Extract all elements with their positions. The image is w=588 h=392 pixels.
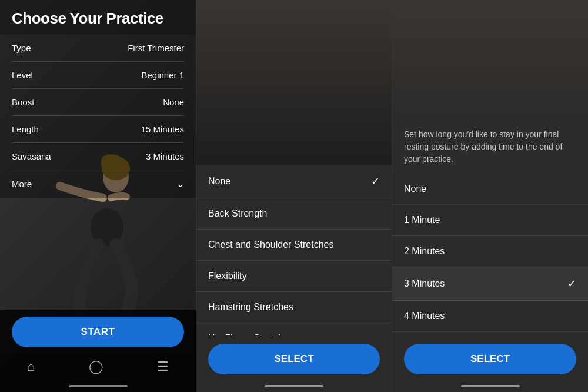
savasana-description: Set how long you'd like to stay in your … [392,118,588,174]
boost-option-none-label: None [208,176,230,187]
savasana-description-text: Set how long you'd like to stay in your … [404,128,576,165]
panel-1-spacer [0,198,196,310]
savasana-option-1min-label: 1 Minute [404,215,440,225]
panel-3-footer: SELECT [392,335,588,380]
checkmark-icon: ✓ [371,175,380,188]
page-title: Choose Your Practice [12,9,184,28]
boost-option-hamstring[interactable]: Hamstring Stretches [196,292,392,323]
bottom-indicator [69,385,128,387]
panel-3-bottom-bar [392,380,588,392]
boost-option-flexibility[interactable]: Flexibility [196,261,392,292]
panel-2-bottom-indicator [265,385,323,387]
level-label: Level [12,70,33,80]
boost-label: Boost [12,97,34,107]
savasana-row[interactable]: Savasana 3 Minutes [12,143,184,170]
boost-dropdown-list: None ✓ Back Strength Chest and Shoulder … [196,165,392,335]
more-label: More [12,179,32,189]
boost-option-chest-shoulder-label: Chest and Shoulder Stretches [208,240,333,250]
panel-3-spacer [392,0,588,118]
savasana-option-1min[interactable]: 1 Minute [392,205,588,236]
boost-value: None [163,97,184,107]
length-label: Length [12,124,39,134]
panel-1-header: Choose Your Practice [0,0,196,35]
boost-option-back-strength-label: Back Strength [208,208,268,219]
boost-option-none[interactable]: None ✓ [196,165,392,198]
level-row[interactable]: Level Beginner 1 [12,62,184,89]
boost-select-button[interactable]: SELECT [208,344,380,374]
savasana-option-none-label: None [404,184,426,194]
nav-bar: ⌂ ◯ ☰ [0,353,196,383]
start-button[interactable]: START [12,317,184,347]
history-icon[interactable]: ◯ [89,359,103,374]
type-row[interactable]: Type First Trimester [12,35,184,62]
boost-option-hip-flexor[interactable]: Hip Flexor Stretches [196,323,392,335]
panel-boost-dropdown: None ✓ Back Strength Chest and Shoulder … [196,0,392,392]
savasana-duration-list: None 1 Minute 2 Minutes 3 Minutes ✓ 4 Mi… [392,174,588,335]
length-value: 15 Minutes [141,124,184,134]
savasana-label: Savasana [12,151,51,161]
level-value: Beginner 1 [141,70,184,80]
savasana-option-3min[interactable]: 3 Minutes ✓ [392,267,588,301]
savasana-value: 3 Minutes [146,151,184,161]
boost-row[interactable]: Boost None [12,89,184,116]
savasana-checkmark-icon: ✓ [567,277,576,290]
chevron-down-icon: ⌄ [176,178,184,190]
savasana-option-3min-label: 3 Minutes [404,278,445,289]
more-row[interactable]: More ⌄ [12,170,184,198]
savasana-option-4min-label: 4 Minutes [404,311,445,321]
savasana-option-2min[interactable]: 2 Minutes [392,236,588,267]
boost-option-flexibility-label: Flexibility [208,271,247,281]
boost-option-back-strength[interactable]: Back Strength [196,198,392,230]
practice-options-list: Type First Trimester Level Beginner 1 Bo… [0,35,196,198]
panel-2-bottom-bar [196,380,392,392]
panel-2-spacer [196,0,392,165]
panel-2-content: None ✓ Back Strength Chest and Shoulder … [196,0,392,392]
menu-icon[interactable]: ☰ [157,359,169,374]
panel-2-footer: SELECT [196,335,392,380]
home-icon[interactable]: ⌂ [27,359,35,374]
savasana-option-none[interactable]: None [392,174,588,205]
savasana-option-2min-label: 2 Minutes [404,246,445,257]
panel-3-content: Set how long you'd like to stay in your … [392,0,588,392]
savasana-select-button[interactable]: SELECT [404,344,576,374]
type-value: First Trimester [128,43,184,53]
panel-3-bottom-indicator [461,385,520,387]
panel-1-content: Choose Your Practice Type First Trimeste… [0,0,196,392]
nav-bottom-bar [0,383,196,392]
savasana-option-4min[interactable]: 4 Minutes [392,301,588,332]
panel-choose-practice: Choose Your Practice Type First Trimeste… [0,0,196,392]
type-label: Type [12,43,31,53]
boost-option-hamstring-label: Hamstring Stretches [208,302,293,313]
panel-1-footer: START [0,310,196,353]
panel-savasana-duration: Set how long you'd like to stay in your … [392,0,588,392]
boost-option-chest-shoulder[interactable]: Chest and Shoulder Stretches [196,230,392,261]
length-row[interactable]: Length 15 Minutes [12,116,184,143]
